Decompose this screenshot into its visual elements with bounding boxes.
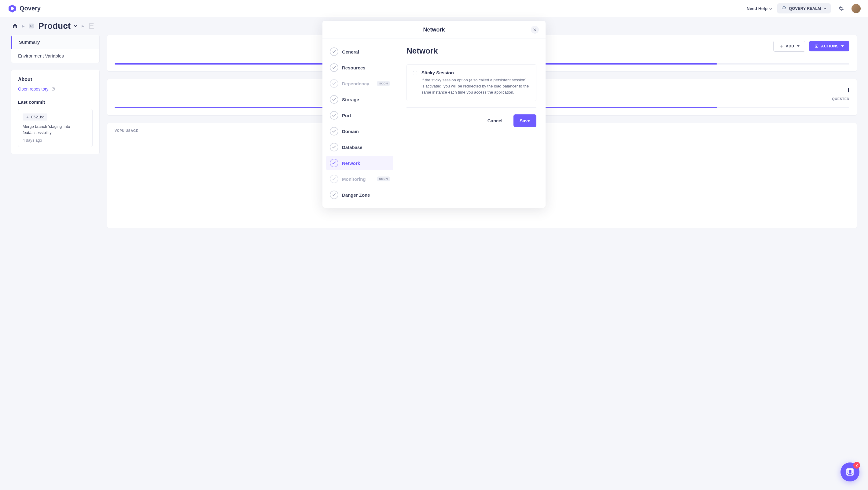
settings-nav-label: Network (342, 161, 360, 166)
check-circle-icon (330, 191, 338, 199)
modal-title: Network (337, 27, 531, 33)
sticky-session-field: Sticky Session If the sticky session opt… (406, 64, 536, 101)
field-title: Sticky Session (422, 70, 530, 75)
settings-modal: Network GeneralResourcesDependencySOONSt… (322, 21, 546, 208)
soon-badge: SOON (377, 176, 390, 181)
check-circle-icon (330, 63, 338, 72)
pane-heading: Network (406, 46, 536, 56)
modal-overlay: Network GeneralResourcesDependencySOONSt… (0, 0, 868, 490)
settings-nav-label: Database (342, 145, 363, 150)
check-circle-icon (330, 143, 338, 151)
settings-nav-item-general[interactable]: General (326, 45, 393, 59)
settings-nav-label: Dependency (342, 81, 369, 86)
settings-nav-label: Resources (342, 65, 366, 70)
sticky-session-checkbox[interactable] (413, 71, 417, 75)
settings-nav-label: General (342, 49, 359, 54)
save-button[interactable]: Save (514, 114, 536, 127)
check-circle-icon (330, 111, 338, 120)
settings-nav-item-port[interactable]: Port (326, 108, 393, 123)
settings-nav-label: Storage (342, 97, 359, 102)
check-circle-icon (330, 159, 338, 167)
settings-nav-item-monitoring: MonitoringSOON (326, 172, 393, 186)
settings-nav-item-dependency: DependencySOON (326, 76, 393, 91)
settings-nav-label: Domain (342, 129, 359, 134)
settings-nav-item-domain[interactable]: Domain (326, 124, 393, 139)
save-label: Save (520, 118, 530, 123)
settings-nav-item-storage[interactable]: Storage (326, 92, 393, 107)
settings-nav-item-database[interactable]: Database (326, 140, 393, 154)
check-circle-icon (330, 127, 338, 136)
settings-nav-item-danger-zone[interactable]: Danger Zone (326, 188, 393, 202)
settings-nav-label: Monitoring (342, 176, 366, 182)
check-circle-icon (330, 175, 338, 183)
check-circle-icon (330, 95, 338, 104)
settings-nav-label: Danger Zone (342, 192, 370, 198)
settings-pane: Network Sticky Session If the sticky ses… (397, 39, 546, 208)
settings-nav: GeneralResourcesDependencySOONStoragePor… (322, 39, 397, 208)
close-icon (533, 28, 536, 31)
field-description: If the sticky session option (also calle… (422, 77, 530, 95)
check-circle-icon (330, 48, 338, 56)
settings-nav-item-network[interactable]: Network (326, 156, 393, 170)
settings-nav-label: Port (342, 113, 351, 118)
settings-nav-item-resources[interactable]: Resources (326, 60, 393, 75)
close-button[interactable] (531, 26, 539, 34)
soon-badge: SOON (377, 81, 390, 86)
check-circle-icon (330, 79, 338, 88)
divider (406, 107, 536, 108)
cancel-label: Cancel (488, 118, 502, 123)
cancel-button[interactable]: Cancel (482, 114, 508, 127)
